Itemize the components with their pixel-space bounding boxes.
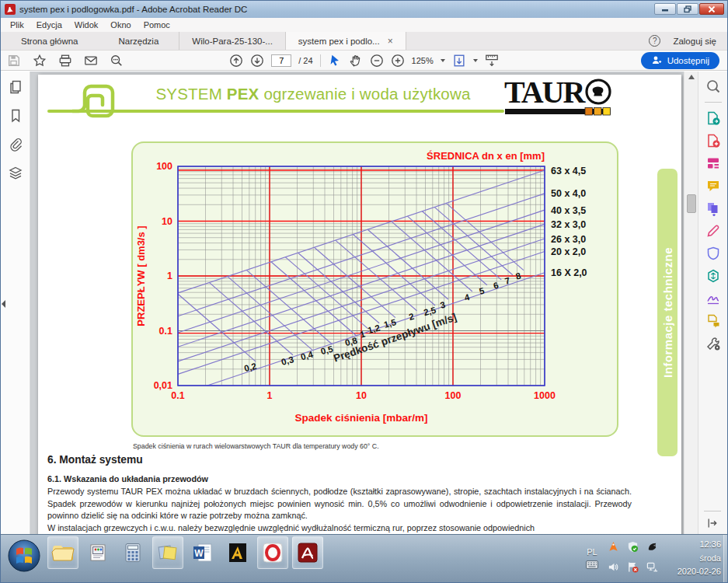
taskbar-calculator-icon[interactable]	[117, 536, 148, 569]
hand-tool-icon[interactable]	[349, 54, 363, 68]
zoom-out-icon[interactable]	[370, 54, 384, 68]
action-center-flag-icon[interactable]	[627, 561, 639, 576]
menu-bar: PlikEdycjaWidokOknoPomoc	[1, 18, 727, 32]
vertical-scrollbar[interactable]	[684, 72, 698, 536]
security-shield-icon[interactable]	[627, 541, 639, 556]
network-icon[interactable]	[646, 561, 658, 576]
document-tab-1[interactable]: system pex i podlo...×	[285, 32, 406, 50]
document-tab-0[interactable]: Wilo-Para-25-130-...	[179, 32, 285, 50]
attachments-icon[interactable]	[8, 137, 23, 152]
page-number-input[interactable]	[271, 54, 291, 67]
document-tab-label: system pex i podlo...	[298, 37, 380, 46]
zoom-level-label[interactable]: 125%	[412, 56, 434, 65]
taskbar-aimp-icon[interactable]	[222, 536, 253, 569]
save-icon[interactable]	[7, 54, 21, 68]
minimize-button[interactable]	[654, 3, 676, 15]
tools-rail-divider	[704, 511, 721, 511]
taskbar-word-icon[interactable]: W	[187, 536, 218, 569]
taskbar-acrobat-icon[interactable]	[292, 536, 323, 569]
menu-item-pomoc[interactable]: Pomoc	[138, 20, 176, 30]
taskbar-clock[interactable]: 12:36 środa 2020-02-26	[667, 538, 721, 579]
request-signatures-icon[interactable]	[705, 313, 721, 329]
svg-text:63 x 4,5: 63 x 4,5	[551, 166, 586, 176]
keyboard-icon[interactable]	[586, 561, 598, 571]
scrollbar-thumb[interactable]	[687, 194, 696, 213]
bookmarks-icon[interactable]	[8, 108, 23, 124]
menu-item-okno[interactable]: Okno	[104, 20, 137, 30]
search-icon[interactable]	[110, 54, 124, 68]
show-desktop-button[interactable]	[723, 535, 727, 582]
email-icon[interactable]	[84, 54, 98, 68]
nav-tab-narz-dzia[interactable]: Narzędzia	[99, 32, 179, 50]
nav-tab-strona-g-wna[interactable]: Strona główna	[1, 32, 99, 50]
combine-files-icon[interactable]	[705, 201, 721, 216]
svg-text:W: W	[194, 548, 204, 559]
sign-in-link[interactable]: Zaloguj się	[673, 37, 716, 46]
avast-icon[interactable]	[608, 541, 619, 556]
subsection-title: 6.1. Wskazania do układania przewodów	[47, 474, 632, 484]
volume-icon[interactable]	[608, 561, 619, 576]
pressure-drop-chart: 63 x 4,550 x 4,040 x 3,532 x 3,026 x 3,0…	[131, 141, 618, 437]
layers-icon[interactable]	[8, 166, 23, 181]
select-tool-icon[interactable]	[328, 54, 342, 68]
previous-page-icon[interactable]	[229, 54, 243, 68]
zoom-dropdown-caret-icon[interactable]	[441, 59, 445, 62]
share-label: Udostępnij	[667, 56, 709, 65]
page-fit-icon[interactable]	[452, 54, 466, 68]
menu-item-plik[interactable]: Plik	[4, 20, 30, 30]
help-icon[interactable]: ?	[649, 35, 660, 47]
svg-text:TAUR: TAUR	[504, 77, 586, 110]
tab-close-icon[interactable]: ×	[388, 37, 393, 46]
edit-pdf-icon[interactable]	[705, 155, 721, 171]
svg-text:50 x 4,0: 50 x 4,0	[551, 188, 586, 199]
collapse-nav-panel-icon[interactable]	[2, 300, 5, 308]
svg-text:PRZEPŁYW [ dm3/s ]: PRZEPŁYW [ dm3/s ]	[135, 225, 147, 326]
export-pdf-icon[interactable]	[705, 110, 721, 126]
restore-button[interactable]	[677, 3, 698, 15]
share-button[interactable]: Udostępnij	[641, 52, 719, 69]
svg-text:0,4: 0,4	[300, 350, 315, 362]
taskbar-sticky-notes-icon[interactable]	[152, 536, 183, 569]
body-text-block: 6.1. Wskazania do układania przewodów Pr…	[47, 474, 632, 535]
tools-rail	[698, 72, 727, 536]
acrobat-reader-window: system pex i podlogowka.pdf - Adobe Acro…	[0, 0, 728, 583]
svg-text:20 x 2,0: 20 x 2,0	[551, 246, 586, 257]
optimize-pdf-icon[interactable]	[705, 268, 721, 284]
zoom-in-icon[interactable]	[391, 54, 405, 68]
certificates-icon[interactable]	[705, 291, 721, 306]
tauro-brand-logo: TAUR	[504, 77, 621, 119]
taskbar-viewer-icon[interactable]	[82, 536, 113, 569]
close-button[interactable]	[699, 3, 724, 15]
svg-text:1,5: 1,5	[383, 317, 398, 330]
create-pdf-icon[interactable]	[705, 133, 721, 148]
star-icon[interactable]	[33, 54, 47, 68]
taskbar-opera-icon[interactable]	[257, 536, 288, 569]
menu-item-edycja[interactable]: Edycja	[30, 20, 68, 30]
more-tools-icon[interactable]	[705, 336, 721, 351]
tray-app-icon[interactable]	[646, 541, 658, 556]
taskbar-explorer-icon[interactable]	[47, 536, 78, 569]
windows-taskbar: W PL 12:36 środa 2020-02-26	[1, 534, 727, 582]
pdf-page: SYSTEM PEX ogrzewanie i woda użytkowa TA…	[38, 75, 681, 536]
start-button-icon[interactable]	[7, 539, 41, 573]
svg-text:0.1: 0.1	[171, 390, 184, 401]
fill-sign-icon[interactable]	[705, 223, 721, 239]
svg-text:100: 100	[445, 390, 462, 401]
next-page-icon[interactable]	[250, 54, 264, 68]
ruler-tool-icon[interactable]	[485, 54, 499, 68]
protect-icon[interactable]	[705, 246, 721, 261]
search-tools-icon[interactable]	[705, 79, 721, 94]
svg-text:100: 100	[156, 161, 172, 172]
menu-item-widok[interactable]: Widok	[68, 20, 105, 30]
scroll-up-icon[interactable]	[688, 75, 695, 79]
rail-divider	[705, 102, 722, 103]
page-title: SYSTEM PEX ogrzewanie i woda użytkowa	[122, 85, 504, 103]
svg-text:6: 6	[493, 281, 500, 291]
print-icon[interactable]	[58, 54, 72, 68]
page-thumbnails-icon[interactable]	[8, 79, 23, 95]
svg-text:Spadek ciśnienia [mbar/m]: Spadek ciśnienia [mbar/m]	[294, 412, 427, 424]
language-indicator[interactable]: PL	[587, 547, 597, 557]
open-tools-pane-icon[interactable]	[706, 517, 719, 529]
comment-icon[interactable]	[705, 178, 721, 194]
page-fit-caret-icon[interactable]	[473, 59, 478, 62]
